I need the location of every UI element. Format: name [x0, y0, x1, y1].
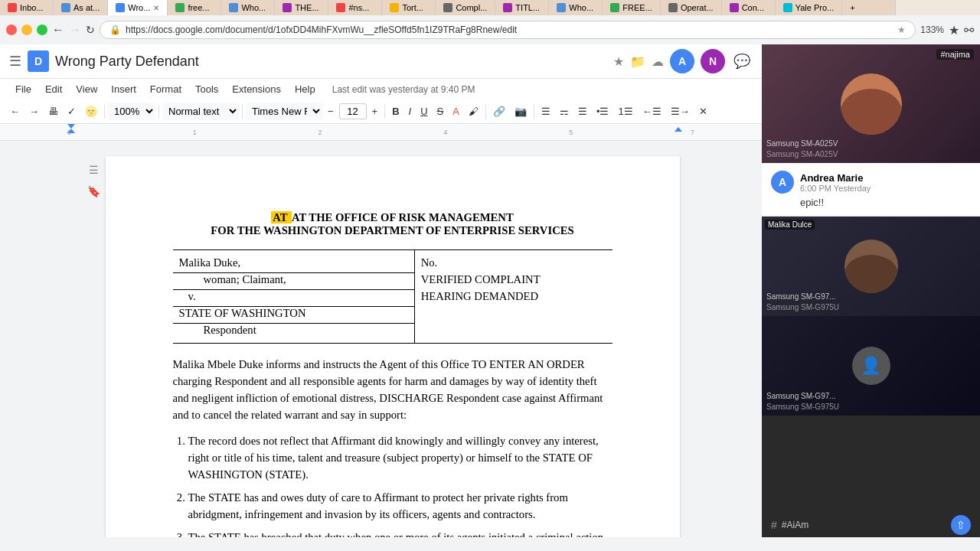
video-samsung-label-1: Samsung SM-A025V: [766, 139, 838, 148]
zoom-select[interactable]: 100% 133% 75%: [108, 103, 155, 120]
tab-operat[interactable]: Operat...: [661, 0, 722, 15]
font-decrease-button[interactable]: −: [324, 103, 338, 119]
tab-ns[interactable]: #ns...: [328, 0, 382, 15]
tab-the[interactable]: THE...: [275, 0, 328, 15]
increase-indent-button[interactable]: ☰→: [667, 103, 694, 119]
folder-icon[interactable]: 📁: [630, 54, 645, 69]
tab-free[interactable]: free...: [168, 0, 221, 15]
menu-help[interactable]: Help: [289, 80, 322, 98]
cloud-icon[interactable]: ☁: [652, 54, 664, 69]
video-cell-1: Samsung SM-A025V Samsung SM-A025V #najim…: [762, 44, 980, 163]
strikethrough-button[interactable]: S: [433, 103, 448, 119]
url-text: https://docs.google.com/document/d/1ofxD…: [126, 24, 893, 35]
link-button[interactable]: 🔗: [489, 103, 509, 119]
right-indent-marker[interactable]: [675, 127, 682, 132]
chat-sender-row: A Andrea Marie 6:00 PM Yesterday: [771, 171, 971, 194]
new-tab-button[interactable]: +: [842, 0, 896, 15]
clear-format-button[interactable]: ✕: [695, 103, 711, 119]
menu-format[interactable]: Format: [144, 80, 188, 98]
star-icon[interactable]: ★: [613, 54, 624, 69]
ruler-mark-5: 7: [691, 129, 694, 136]
tab-wrongparty[interactable]: Wro... ✕: [108, 0, 168, 15]
vs-label: v.: [188, 290, 196, 302]
highlight-button[interactable]: 🖌: [465, 103, 482, 119]
menu-tools[interactable]: Tools: [189, 80, 224, 98]
chat-message-section: A Andrea Marie 6:00 PM Yesterday epic!!: [762, 163, 980, 217]
reload-button[interactable]: ↻: [86, 24, 95, 36]
line-spacing-button[interactable]: ⚎: [556, 103, 573, 119]
redo-button[interactable]: →: [25, 103, 43, 119]
right-panel: Samsung SM-A025V Samsung SM-A025V #najim…: [762, 44, 980, 537]
print-button[interactable]: 🖶: [44, 103, 62, 119]
style-select[interactable]: Normal text Heading 1 Heading 2: [162, 103, 239, 120]
image-button[interactable]: 📷: [511, 103, 531, 119]
tab-asat[interactable]: As at...: [54, 0, 108, 15]
hashtag-label: #AiAm: [782, 520, 808, 530]
address-bar[interactable]: 🔒 https://docs.google.com/document/d/1of…: [100, 21, 916, 39]
menu-extensions[interactable]: Extensions: [226, 80, 287, 98]
spellcheck-button[interactable]: ✓: [64, 103, 80, 119]
header-highlight: AT: [271, 211, 292, 223]
video-bg-2: [762, 217, 980, 316]
text-color-button[interactable]: A: [449, 103, 463, 119]
case-no-cell: No.: [414, 250, 612, 273]
list-item-2: The STATE has and owes duty of care to A…: [188, 489, 612, 523]
tab-yale[interactable]: Yale Pro...: [776, 0, 843, 15]
paint-button[interactable]: 🌝: [81, 103, 101, 119]
list-item-1: The record does not reflect that Affirma…: [188, 432, 612, 483]
empty-right-bottom-cell: [414, 324, 612, 344]
left-indent-marker[interactable]: [67, 124, 75, 133]
tab-compl[interactable]: Compl...: [436, 0, 495, 15]
tab-who2[interactable]: Who...: [549, 0, 603, 15]
document-page[interactable]: AT AT THE OFFICE OF RISK MANAGEMENT FOR …: [106, 156, 680, 537]
hearing-cell: HEARING DEMANDED: [414, 290, 612, 307]
forward-button[interactable]: →: [69, 23, 81, 37]
close-icon[interactable]: ✕: [153, 4, 159, 12]
ruler-inner: 0 1 2 4 5 7: [67, 124, 694, 140]
video-bg-3: 👤: [762, 316, 980, 416]
menu-insert[interactable]: Insert: [105, 80, 142, 98]
back-button[interactable]: ←: [52, 23, 64, 37]
underline-button[interactable]: U: [416, 103, 431, 119]
list-item-3: The STATE has breached that duty when on…: [188, 529, 612, 537]
tab-bar: Inbo... As at... Wro... ✕ free... Who...…: [0, 0, 980, 15]
numbered-list-button[interactable]: 1☰: [615, 103, 637, 119]
tab-inbox[interactable]: Inbo...: [0, 0, 54, 15]
align-button[interactable]: ☰: [537, 103, 554, 119]
browser-max-btn[interactable]: [37, 24, 47, 35]
bold-button[interactable]: B: [388, 103, 403, 119]
checklist-button[interactable]: ☰: [574, 103, 591, 119]
tab-con[interactable]: Con...: [722, 0, 776, 15]
outline-icon[interactable]: ☰: [89, 164, 99, 176]
menu-view[interactable]: View: [70, 80, 103, 98]
user-avatar-b: N: [701, 49, 725, 73]
undo-button[interactable]: ←: [6, 103, 24, 119]
browser-min-btn[interactable]: [21, 24, 32, 35]
tab-titl[interactable]: TITL...: [495, 0, 549, 15]
tab-who1[interactable]: Who...: [221, 0, 275, 15]
menu-file[interactable]: File: [9, 80, 38, 98]
document-scroll-area[interactable]: ☰ 🔖 AT AT THE OFFICE OF RISK MANAGEMENT …: [0, 141, 762, 537]
menu-edit[interactable]: Edit: [39, 80, 68, 98]
docs-menu-icon[interactable]: ☰: [9, 53, 21, 70]
comment-icon[interactable]: 💬: [731, 51, 753, 72]
decrease-indent-button[interactable]: ←☰: [639, 103, 665, 119]
tab-free2[interactable]: FREE...: [603, 0, 661, 15]
font-increase-button[interactable]: +: [368, 103, 382, 119]
tab-tort[interactable]: Tort...: [382, 0, 436, 15]
sidebar-bookmark-icon[interactable]: 🔖: [87, 185, 100, 197]
user-avatar-a: A: [670, 49, 694, 73]
send-message-button[interactable]: ⇧: [951, 515, 971, 535]
font-size-input[interactable]: [339, 103, 367, 119]
chat-hashtag-bar: # #AiAm ⇧: [762, 513, 980, 537]
respondent-label-cell: Respondent: [173, 324, 415, 344]
ruler-mark-3: 4: [443, 129, 447, 136]
vs-cell: v.: [173, 290, 415, 307]
docs-topbar: ☰ D Wrong Party Defendant ★ 📁 ☁ A N 💬: [0, 44, 762, 79]
font-select[interactable]: Times New Roman Arial Verdana: [246, 103, 322, 120]
chat-sender-name: Andrea Marie: [800, 172, 871, 184]
bullet-list-button[interactable]: •☰: [593, 103, 613, 119]
docs-logo-icon: D: [28, 51, 49, 72]
browser-close-btn[interactable]: [6, 24, 17, 35]
italic-button[interactable]: I: [405, 103, 416, 119]
